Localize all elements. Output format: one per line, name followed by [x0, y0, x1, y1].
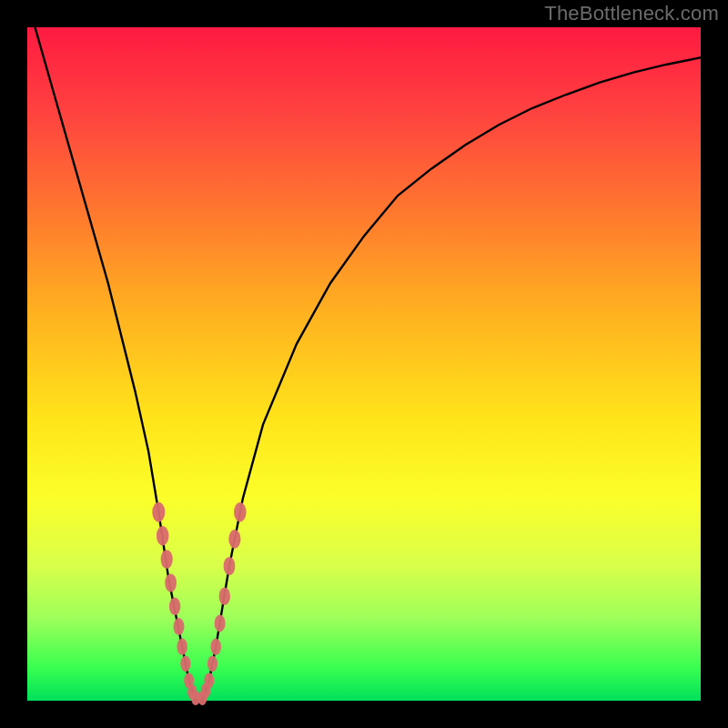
plot-area [27, 27, 701, 701]
bead [157, 526, 169, 545]
bead [204, 672, 214, 688]
bead [161, 550, 173, 569]
bead [180, 655, 190, 672]
watermark-text: TheBottleneck.com [544, 2, 719, 25]
bead-group [152, 502, 246, 705]
outer-frame: TheBottleneck.com [0, 0, 728, 728]
bead [174, 618, 185, 635]
bead [152, 502, 165, 522]
bead [215, 614, 226, 632]
bead [224, 557, 236, 575]
curve-svg [27, 27, 701, 701]
bottleneck-curve [27, 0, 701, 701]
bead [219, 588, 230, 606]
bead [169, 598, 180, 616]
bead [177, 639, 187, 655]
bead [234, 502, 247, 521]
bead [228, 530, 240, 549]
bead [207, 655, 217, 672]
bead [165, 573, 177, 592]
bead [210, 639, 221, 655]
